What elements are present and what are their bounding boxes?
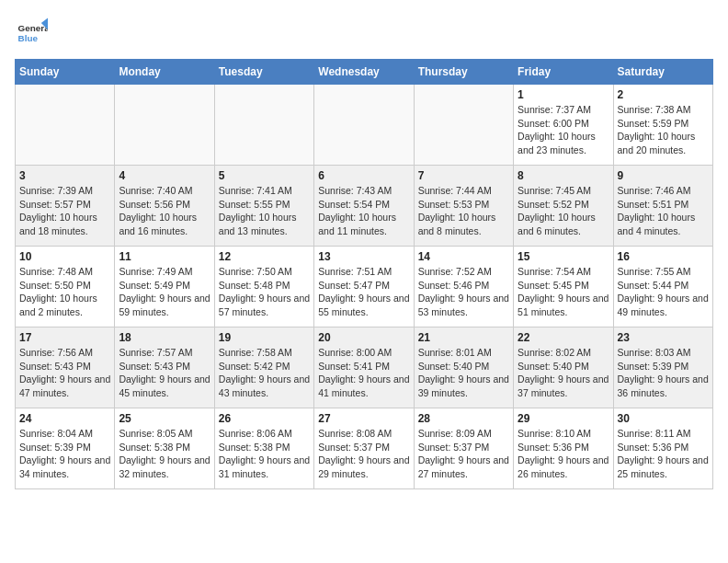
day-number: 25 bbox=[119, 412, 210, 425]
day-info: Sunrise: 8:10 AM Sunset: 5:36 PM Dayligh… bbox=[518, 427, 609, 481]
weekday-header: Tuesday bbox=[214, 60, 313, 85]
day-info: Sunrise: 7:55 AM Sunset: 5:44 PM Dayligh… bbox=[618, 265, 709, 319]
day-info: Sunrise: 7:50 AM Sunset: 5:48 PM Dayligh… bbox=[219, 265, 310, 319]
calendar-cell: 3Sunrise: 7:39 AM Sunset: 5:57 PM Daylig… bbox=[16, 166, 115, 247]
day-number: 28 bbox=[418, 412, 509, 425]
weekday-header: Wednesday bbox=[314, 60, 414, 85]
header-row: SundayMondayTuesdayWednesdayThursdayFrid… bbox=[16, 60, 713, 85]
day-info: Sunrise: 7:37 AM Sunset: 6:00 PM Dayligh… bbox=[518, 103, 609, 157]
day-number: 10 bbox=[19, 250, 110, 263]
day-info: Sunrise: 8:03 AM Sunset: 5:39 PM Dayligh… bbox=[618, 346, 709, 400]
calendar-cell: 23Sunrise: 8:03 AM Sunset: 5:39 PM Dayli… bbox=[613, 327, 712, 408]
calendar-cell: 5Sunrise: 7:41 AM Sunset: 5:55 PM Daylig… bbox=[214, 166, 313, 247]
calendar-cell: 19Sunrise: 7:58 AM Sunset: 5:42 PM Dayli… bbox=[214, 327, 313, 408]
day-number: 22 bbox=[518, 331, 609, 344]
day-info: Sunrise: 7:40 AM Sunset: 5:56 PM Dayligh… bbox=[119, 184, 210, 238]
day-number: 9 bbox=[618, 169, 709, 182]
day-number: 13 bbox=[318, 250, 409, 263]
day-info: Sunrise: 7:44 AM Sunset: 5:53 PM Dayligh… bbox=[418, 184, 509, 238]
calendar-cell: 13Sunrise: 7:51 AM Sunset: 5:47 PM Dayli… bbox=[314, 247, 414, 327]
day-number: 20 bbox=[318, 331, 409, 344]
day-number: 6 bbox=[318, 169, 409, 182]
day-info: Sunrise: 7:46 AM Sunset: 5:51 PM Dayligh… bbox=[618, 184, 709, 238]
logo: General Blue bbox=[15, 15, 51, 48]
calendar-cell: 2Sunrise: 7:38 AM Sunset: 5:59 PM Daylig… bbox=[613, 85, 712, 166]
weekday-header: Monday bbox=[115, 60, 214, 85]
day-number: 1 bbox=[518, 88, 609, 101]
calendar-cell: 24Sunrise: 8:04 AM Sunset: 5:39 PM Dayli… bbox=[16, 408, 115, 489]
calendar-week-row: 17Sunrise: 7:56 AM Sunset: 5:43 PM Dayli… bbox=[16, 327, 713, 408]
calendar-cell bbox=[414, 85, 513, 166]
day-info: Sunrise: 7:54 AM Sunset: 5:45 PM Dayligh… bbox=[518, 265, 609, 319]
day-info: Sunrise: 7:49 AM Sunset: 5:49 PM Dayligh… bbox=[119, 265, 210, 319]
calendar-cell bbox=[214, 85, 313, 166]
day-number: 16 bbox=[618, 250, 709, 263]
calendar-cell: 8Sunrise: 7:45 AM Sunset: 5:52 PM Daylig… bbox=[514, 166, 613, 247]
day-number: 17 bbox=[19, 331, 110, 344]
calendar-cell bbox=[115, 85, 214, 166]
calendar-cell bbox=[16, 85, 115, 166]
day-info: Sunrise: 8:01 AM Sunset: 5:40 PM Dayligh… bbox=[418, 346, 509, 400]
calendar-cell: 18Sunrise: 7:57 AM Sunset: 5:43 PM Dayli… bbox=[115, 327, 214, 408]
weekday-header: Sunday bbox=[16, 60, 115, 85]
day-info: Sunrise: 8:11 AM Sunset: 5:36 PM Dayligh… bbox=[618, 427, 709, 481]
day-info: Sunrise: 8:05 AM Sunset: 5:38 PM Dayligh… bbox=[119, 427, 210, 481]
calendar-cell: 30Sunrise: 8:11 AM Sunset: 5:36 PM Dayli… bbox=[613, 408, 712, 489]
day-number: 30 bbox=[618, 412, 709, 425]
day-info: Sunrise: 7:45 AM Sunset: 5:52 PM Dayligh… bbox=[518, 184, 609, 238]
calendar-week-row: 1Sunrise: 7:37 AM Sunset: 6:00 PM Daylig… bbox=[16, 85, 713, 166]
day-number: 7 bbox=[418, 169, 509, 182]
calendar-week-row: 10Sunrise: 7:48 AM Sunset: 5:50 PM Dayli… bbox=[16, 247, 713, 327]
calendar-cell: 14Sunrise: 7:52 AM Sunset: 5:46 PM Dayli… bbox=[414, 247, 513, 327]
day-info: Sunrise: 7:48 AM Sunset: 5:50 PM Dayligh… bbox=[19, 265, 110, 319]
calendar-cell: 11Sunrise: 7:49 AM Sunset: 5:49 PM Dayli… bbox=[115, 247, 214, 327]
day-info: Sunrise: 7:38 AM Sunset: 5:59 PM Dayligh… bbox=[618, 103, 709, 157]
day-info: Sunrise: 7:58 AM Sunset: 5:42 PM Dayligh… bbox=[219, 346, 310, 400]
calendar-cell: 20Sunrise: 8:00 AM Sunset: 5:41 PM Dayli… bbox=[314, 327, 414, 408]
calendar-cell: 10Sunrise: 7:48 AM Sunset: 5:50 PM Dayli… bbox=[16, 247, 115, 327]
day-number: 18 bbox=[119, 331, 210, 344]
day-info: Sunrise: 8:06 AM Sunset: 5:38 PM Dayligh… bbox=[219, 427, 310, 481]
day-info: Sunrise: 8:02 AM Sunset: 5:40 PM Dayligh… bbox=[518, 346, 609, 400]
weekday-header: Friday bbox=[514, 60, 613, 85]
calendar-week-row: 3Sunrise: 7:39 AM Sunset: 5:57 PM Daylig… bbox=[16, 166, 713, 247]
calendar-cell: 7Sunrise: 7:44 AM Sunset: 5:53 PM Daylig… bbox=[414, 166, 513, 247]
calendar-cell: 1Sunrise: 7:37 AM Sunset: 6:00 PM Daylig… bbox=[514, 85, 613, 166]
logo-icon: General Blue bbox=[15, 15, 48, 48]
day-info: Sunrise: 8:08 AM Sunset: 5:37 PM Dayligh… bbox=[318, 427, 409, 481]
calendar-cell: 17Sunrise: 7:56 AM Sunset: 5:43 PM Dayli… bbox=[16, 327, 115, 408]
day-number: 27 bbox=[318, 412, 409, 425]
weekday-header: Thursday bbox=[414, 60, 513, 85]
day-number: 23 bbox=[618, 331, 709, 344]
day-info: Sunrise: 7:51 AM Sunset: 5:47 PM Dayligh… bbox=[318, 265, 409, 319]
day-number: 21 bbox=[418, 331, 509, 344]
calendar-table: SundayMondayTuesdayWednesdayThursdayFrid… bbox=[15, 59, 713, 489]
day-number: 15 bbox=[518, 250, 609, 263]
calendar-cell: 26Sunrise: 8:06 AM Sunset: 5:38 PM Dayli… bbox=[214, 408, 313, 489]
day-info: Sunrise: 7:43 AM Sunset: 5:54 PM Dayligh… bbox=[318, 184, 409, 238]
page-header: General Blue bbox=[15, 15, 713, 48]
day-info: Sunrise: 8:09 AM Sunset: 5:37 PM Dayligh… bbox=[418, 427, 509, 481]
day-info: Sunrise: 7:56 AM Sunset: 5:43 PM Dayligh… bbox=[19, 346, 110, 400]
calendar-week-row: 24Sunrise: 8:04 AM Sunset: 5:39 PM Dayli… bbox=[16, 408, 713, 489]
day-number: 5 bbox=[219, 169, 310, 182]
calendar-cell: 12Sunrise: 7:50 AM Sunset: 5:48 PM Dayli… bbox=[214, 247, 313, 327]
day-number: 14 bbox=[418, 250, 509, 263]
calendar-cell: 16Sunrise: 7:55 AM Sunset: 5:44 PM Dayli… bbox=[613, 247, 712, 327]
day-number: 12 bbox=[219, 250, 310, 263]
day-number: 26 bbox=[219, 412, 310, 425]
day-number: 2 bbox=[618, 88, 709, 101]
calendar-cell: 4Sunrise: 7:40 AM Sunset: 5:56 PM Daylig… bbox=[115, 166, 214, 247]
svg-text:Blue: Blue bbox=[18, 33, 39, 43]
day-number: 8 bbox=[518, 169, 609, 182]
calendar-cell: 6Sunrise: 7:43 AM Sunset: 5:54 PM Daylig… bbox=[314, 166, 414, 247]
calendar-cell: 22Sunrise: 8:02 AM Sunset: 5:40 PM Dayli… bbox=[514, 327, 613, 408]
calendar-body: 1Sunrise: 7:37 AM Sunset: 6:00 PM Daylig… bbox=[16, 85, 713, 489]
day-info: Sunrise: 7:57 AM Sunset: 5:43 PM Dayligh… bbox=[119, 346, 210, 400]
calendar-cell: 27Sunrise: 8:08 AM Sunset: 5:37 PM Dayli… bbox=[314, 408, 414, 489]
calendar-cell bbox=[314, 85, 414, 166]
day-number: 11 bbox=[119, 250, 210, 263]
calendar-cell: 15Sunrise: 7:54 AM Sunset: 5:45 PM Dayli… bbox=[514, 247, 613, 327]
weekday-header: Saturday bbox=[613, 60, 712, 85]
day-number: 29 bbox=[518, 412, 609, 425]
